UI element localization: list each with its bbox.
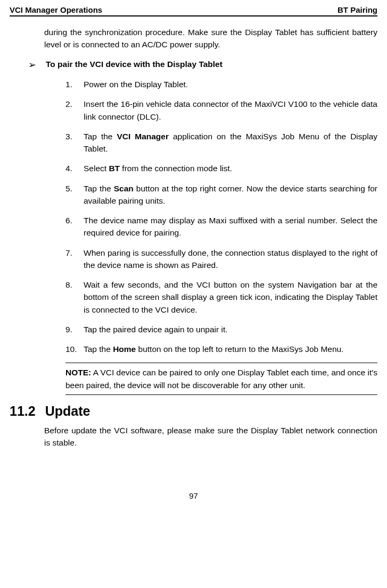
step-number: 5. [65,182,84,207]
step-text: Wait a few seconds, and the VCI button o… [84,279,377,316]
step-text: Tap the VCI Manager application on the M… [84,130,377,155]
step-text: The device name may display as Maxi suff… [84,214,377,239]
step-number: 7. [65,247,84,272]
procedure-heading: ➢ To pair the VCI device with the Displa… [28,60,377,71]
section-number: 11.2 [10,404,36,419]
step-text: Insert the 16-pin vehicle data connector… [84,98,377,123]
step-6: 6. The device name may display as Maxi s… [65,214,377,239]
step-number: 8. [65,279,84,316]
step-number: 3. [65,130,84,155]
step-text: Power on the Display Tablet. [84,78,377,90]
step-text: Tap the Scan button at the top right cor… [84,182,377,207]
steps-list: 1. Power on the Display Tablet. 2. Inser… [44,78,377,355]
header-left: VCI Manager Operations [10,5,102,14]
step-1: 1. Power on the Display Tablet. [65,78,377,90]
arrow-icon: ➢ [28,60,36,71]
step-7: 7. When paring is successfully done, the… [65,247,377,272]
step-9: 9. Tap the paired device again to unpair… [65,323,377,335]
step-8: 8. Wait a few seconds, and the VCI butto… [65,279,377,316]
step-text: Tap the Home button on the top left to r… [84,343,377,355]
page-number: 97 [10,491,377,500]
step-number: 9. [65,323,84,335]
step-5: 5. Tap the Scan button at the top right … [65,182,377,207]
note-box: NOTE: A VCI device can be paired to only… [65,363,377,395]
step-text: Select BT from the connection mode list. [84,162,377,174]
step-number: 4. [65,162,84,174]
step-number: 2. [65,98,84,123]
step-number: 6. [65,214,84,239]
section-body: Before update the VCI software, please m… [10,424,377,449]
intro-paragraph: during the synchronization procedure. Ma… [44,26,377,51]
step-2: 2. Insert the 16-pin vehicle data connec… [65,98,377,123]
header-right: BT Pairing [337,5,377,14]
step-3: 3. Tap the VCI Manager application on th… [65,130,377,155]
section-title: Update [45,404,90,419]
step-text: Tap the paired device again to unpair it… [84,323,377,335]
step-4: 4. Select BT from the connection mode li… [65,162,377,174]
section-heading: 11.2 Update [10,404,377,419]
step-number: 1. [65,78,84,90]
note-text: A VCI device can be paired to only one D… [65,368,377,389]
step-number: 10. [65,343,84,355]
page-header: VCI Manager Operations BT Pairing [10,5,377,16]
procedure-title: To pair the VCI device with the Display … [46,60,223,69]
note-label: NOTE: [65,368,91,377]
step-10: 10. Tap the Home button on the top left … [65,343,377,355]
step-text: When paring is successfully done, the co… [84,247,377,272]
